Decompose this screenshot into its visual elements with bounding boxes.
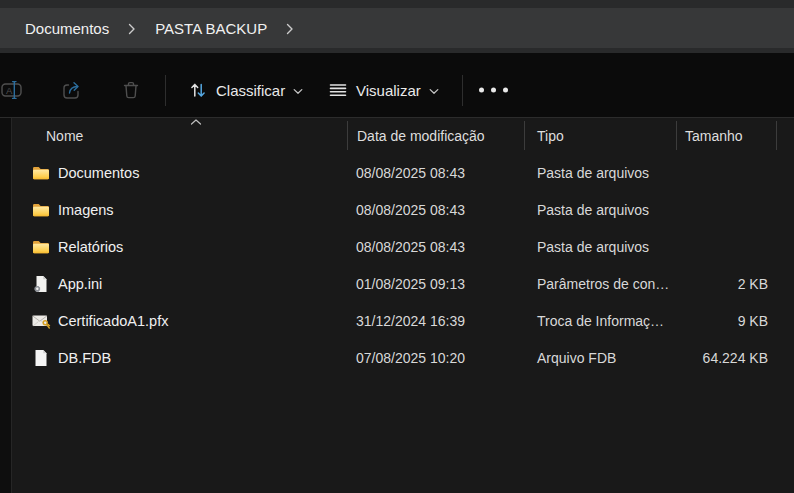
- file-type: Parâmetros de con…: [525, 276, 677, 292]
- breadcrumb-item-pasta-backup[interactable]: PASTA BACKUP: [155, 20, 267, 37]
- rename-button[interactable]: A: [1, 79, 23, 101]
- delete-icon: [120, 79, 142, 101]
- see-more-button[interactable]: [479, 88, 508, 93]
- folder-icon: [31, 163, 51, 183]
- toolbar-divider: [165, 75, 166, 106]
- files-table: Nome Data de modificação Tipo Tamanho Do…: [12, 118, 794, 376]
- file-name: Imagens: [58, 202, 114, 218]
- file-list-pane: Nome Data de modificação Tipo Tamanho Do…: [0, 117, 794, 493]
- file-size: 9 KB: [677, 313, 777, 329]
- share-button[interactable]: [60, 79, 83, 102]
- file-name: Documentos: [58, 165, 139, 181]
- file-type: Arquivo FDB: [525, 350, 677, 366]
- file-type: Pasta de arquivos: [525, 202, 677, 218]
- sort-button[interactable]: Classificar: [188, 80, 303, 100]
- file-name: DB.FDB: [58, 350, 111, 366]
- command-bar: A Classificar: [0, 53, 794, 117]
- explorer-window: Documentos PASTA BACKUP A: [0, 0, 794, 493]
- breadcrumb-item-documentos[interactable]: Documentos: [25, 20, 109, 37]
- breadcrumb-chevron-icon: [128, 23, 136, 35]
- file-size: 64.224 KB: [677, 350, 777, 366]
- pane-splitter[interactable]: [0, 118, 12, 493]
- file-modified: 08/08/2025 08:43: [348, 202, 525, 218]
- column-header-modified[interactable]: Data de modificação: [348, 118, 525, 154]
- column-headers: Nome Data de modificação Tipo Tamanho: [12, 118, 794, 154]
- chevron-down-icon: [293, 88, 303, 95]
- column-header-size[interactable]: Tamanho: [677, 118, 777, 154]
- file-modified: 08/08/2025 08:43: [348, 239, 525, 255]
- sort-arrows-icon: [188, 80, 208, 100]
- file-type: Pasta de arquivos: [525, 239, 677, 255]
- toolbar-divider: [462, 75, 463, 106]
- file-row[interactable]: Imagens 08/08/2025 08:43 Pasta de arquiv…: [12, 191, 794, 228]
- sort-button-label: Classificar: [216, 82, 285, 99]
- file-row[interactable]: Relatórios 08/08/2025 08:43 Pasta de arq…: [12, 228, 794, 265]
- view-button-label: Visualizar: [356, 82, 421, 99]
- file-row[interactable]: CertificadoA1.pfx 31/12/2024 16:39 Troca…: [12, 302, 794, 339]
- view-button[interactable]: Visualizar: [328, 80, 439, 100]
- svg-text:A: A: [6, 85, 13, 96]
- view-lines-icon: [328, 80, 348, 100]
- folder-icon: [31, 237, 51, 257]
- share-icon: [60, 79, 83, 102]
- file-type: Pasta de arquivos: [525, 165, 677, 181]
- file-modified: 01/08/2025 09:13: [348, 276, 525, 292]
- file-modified: 07/08/2025 10:20: [348, 350, 525, 366]
- delete-button[interactable]: [120, 79, 142, 101]
- breadcrumb: Documentos PASTA BACKUP: [0, 8, 794, 48]
- file-icon: [31, 348, 51, 368]
- file-type: Troca de Informaç…: [525, 313, 677, 329]
- column-header-name[interactable]: Nome: [12, 118, 348, 154]
- file-name: Relatórios: [58, 239, 123, 255]
- file-row[interactable]: Documentos 08/08/2025 08:43 Pasta de arq…: [12, 154, 794, 191]
- file-name: CertificadoA1.pfx: [58, 313, 168, 329]
- rename-icon: A: [1, 79, 23, 101]
- certificate-file-icon: [31, 311, 51, 331]
- folder-icon: [31, 200, 51, 220]
- file-row[interactable]: App.ini 01/08/2025 09:13 Parâmetros de c…: [12, 265, 794, 302]
- column-header-type[interactable]: Tipo: [525, 118, 677, 154]
- file-modified: 31/12/2024 16:39: [348, 313, 525, 329]
- file-size: 2 KB: [677, 276, 777, 292]
- chevron-down-icon: [429, 88, 439, 95]
- breadcrumb-chevron-icon: [286, 23, 294, 35]
- see-more-icon: [479, 88, 484, 93]
- file-row[interactable]: DB.FDB 07/08/2025 10:20 Arquivo FDB 64.2…: [12, 339, 794, 376]
- titlebar-strip: [0, 0, 794, 8]
- file-modified: 08/08/2025 08:43: [348, 165, 525, 181]
- file-name: App.ini: [58, 276, 102, 292]
- config-file-icon: [31, 274, 51, 294]
